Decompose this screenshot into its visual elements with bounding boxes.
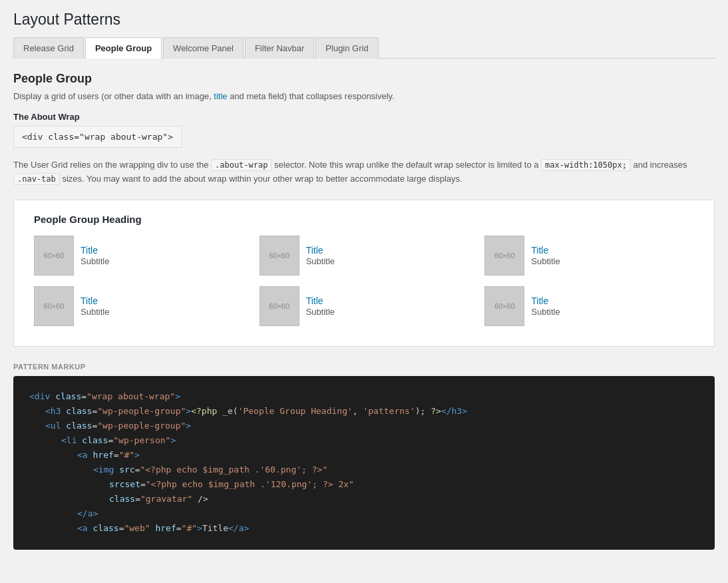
person-subtitle: Subtitle — [531, 307, 560, 317]
person-info: Title Subtitle — [531, 245, 560, 266]
avatar: 60×60 — [34, 286, 74, 326]
list-item: 60×60 Title Subtitle — [484, 236, 694, 276]
person-info: Title Subtitle — [306, 245, 335, 266]
preview-box: People Group Heading 60×60 Title Subtitl… — [13, 200, 715, 347]
page-title: Layout Patterns — [13, 11, 715, 29]
person-subtitle: Subtitle — [306, 307, 335, 317]
list-item: 60×60 Title Subtitle — [260, 236, 469, 276]
info-text: The User Grid relies on the wrapping div… — [13, 158, 715, 186]
list-item: 60×60 Title Subtitle — [34, 236, 244, 276]
person-subtitle: Subtitle — [81, 307, 109, 317]
sub-label: The About Wrap — [13, 112, 715, 122]
preview-heading: People Group Heading — [34, 214, 694, 225]
tab-plugin-grid[interactable]: Plugin Grid — [315, 37, 378, 59]
code-block: <div class="wrap about-wrap"> <h3 class=… — [13, 376, 715, 550]
avatar: 60×60 — [260, 236, 299, 276]
section-heading: People Group — [13, 72, 715, 86]
list-item: 60×60 Title Subtitle — [260, 286, 469, 326]
person-subtitle: Subtitle — [531, 256, 560, 266]
person-info: Title Subtitle — [531, 295, 560, 317]
person-subtitle: Subtitle — [81, 256, 109, 266]
person-info: Title Subtitle — [81, 245, 109, 266]
tab-release-grid[interactable]: Release Grid — [13, 37, 84, 59]
pattern-label: PATTERN MARKUP — [13, 363, 715, 371]
avatar: 60×60 — [484, 236, 524, 276]
avatar: 60×60 — [484, 286, 524, 326]
person-subtitle: Subtitle — [306, 256, 335, 266]
person-info: Title Subtitle — [81, 295, 109, 317]
person-title[interactable]: Title — [81, 245, 109, 256]
people-grid: 60×60 Title Subtitle 60×60 Title Subtitl… — [34, 236, 694, 326]
person-title[interactable]: Title — [306, 295, 335, 306]
person-title[interactable]: Title — [531, 245, 560, 256]
tab-welcome-panel[interactable]: Welcome Panel — [163, 37, 244, 59]
avatar: 60×60 — [34, 236, 74, 276]
person-title[interactable]: Title — [531, 295, 560, 306]
avatar: 60×60 — [260, 286, 299, 326]
person-title[interactable]: Title — [306, 245, 335, 256]
tabs-bar: Release Grid People Group Welcome Panel … — [13, 37, 715, 59]
list-item: 60×60 Title Subtitle — [484, 286, 694, 326]
person-title[interactable]: Title — [81, 295, 109, 306]
person-info: Title Subtitle — [306, 295, 335, 317]
list-item: 60×60 Title Subtitle — [34, 286, 244, 326]
description-text: Display a grid of users (or other data w… — [13, 91, 715, 101]
tab-filter-navbar[interactable]: Filter Navbar — [245, 37, 314, 59]
code-snippet: <div class="wrap about-wrap"> — [13, 126, 182, 148]
tab-people-group[interactable]: People Group — [85, 37, 162, 59]
